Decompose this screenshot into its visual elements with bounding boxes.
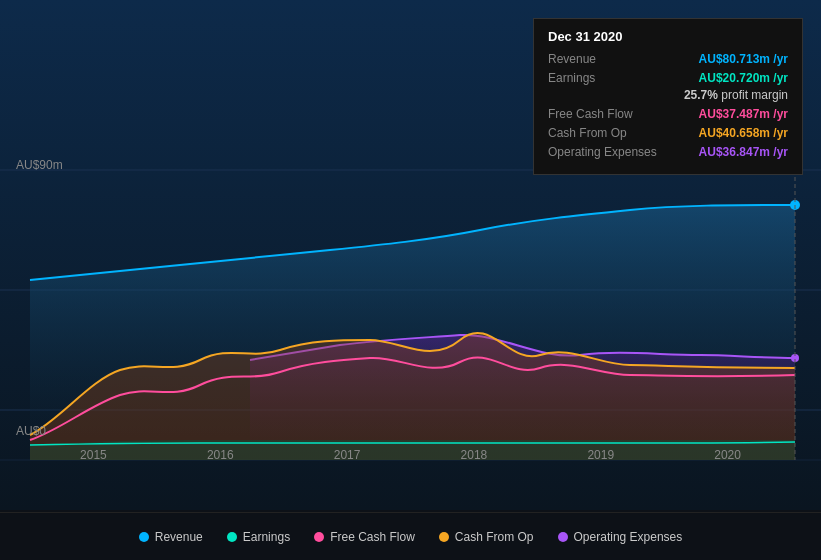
legend-item-cashfromop[interactable]: Cash From Op — [439, 530, 534, 544]
legend-label-cashfromop: Cash From Op — [455, 530, 534, 544]
legend-dot-revenue — [139, 532, 149, 542]
legend-dot-cashfromop — [439, 532, 449, 542]
legend-dot-earnings — [227, 532, 237, 542]
legend-item-revenue[interactable]: Revenue — [139, 530, 203, 544]
tooltip-label-revenue: Revenue — [548, 52, 668, 66]
x-label-2019: 2019 — [587, 448, 614, 462]
legend-bar: Revenue Earnings Free Cash Flow Cash Fro… — [0, 512, 821, 560]
legend-label-revenue: Revenue — [155, 530, 203, 544]
x-label-2018: 2018 — [461, 448, 488, 462]
legend-item-fcf[interactable]: Free Cash Flow — [314, 530, 415, 544]
tooltip-label-earnings: Earnings — [548, 71, 668, 85]
chart-area: AU$90m AU$0 Dec 31 2020 Revenue AU$80.71… — [0, 0, 821, 510]
legend-label-earnings: Earnings — [243, 530, 290, 544]
legend-label-fcf: Free Cash Flow — [330, 530, 415, 544]
tooltip-label-cashfromop: Cash From Op — [548, 126, 668, 140]
tooltip-title: Dec 31 2020 — [548, 29, 788, 44]
tooltip-value-fcf: AU$37.487m /yr — [699, 107, 788, 121]
tooltip-row-opex: Operating Expenses AU$36.847m /yr — [548, 145, 788, 159]
y-label-top: AU$90m — [16, 158, 63, 172]
tooltip-row-earnings: Earnings AU$20.720m /yr — [548, 71, 788, 85]
tooltip-value-opex: AU$36.847m /yr — [699, 145, 788, 159]
tooltip-sub-margin: 25.7% profit margin — [548, 88, 788, 102]
x-axis-labels: 2015 2016 2017 2018 2019 2020 — [0, 448, 821, 462]
legend-dot-fcf — [314, 532, 324, 542]
x-label-2015: 2015 — [80, 448, 107, 462]
x-label-2020: 2020 — [714, 448, 741, 462]
y-label-bottom: AU$0 — [16, 424, 46, 438]
tooltip-label-fcf: Free Cash Flow — [548, 107, 668, 121]
tooltip-value-earnings: AU$20.720m /yr — [699, 71, 788, 85]
tooltip-box: Dec 31 2020 Revenue AU$80.713m /yr Earni… — [533, 18, 803, 175]
tooltip-margin-text: 25.7% profit margin — [684, 88, 788, 102]
legend-dot-opex — [558, 532, 568, 542]
x-label-2017: 2017 — [334, 448, 361, 462]
tooltip-value-revenue: AU$80.713m /yr — [699, 52, 788, 66]
tooltip-row-fcf: Free Cash Flow AU$37.487m /yr — [548, 107, 788, 121]
legend-item-earnings[interactable]: Earnings — [227, 530, 290, 544]
legend-item-opex[interactable]: Operating Expenses — [558, 530, 683, 544]
tooltip-row-cashfromop: Cash From Op AU$40.658m /yr — [548, 126, 788, 140]
tooltip-row-revenue: Revenue AU$80.713m /yr — [548, 52, 788, 66]
tooltip-label-opex: Operating Expenses — [548, 145, 668, 159]
tooltip-value-cashfromop: AU$40.658m /yr — [699, 126, 788, 140]
x-label-2016: 2016 — [207, 448, 234, 462]
legend-label-opex: Operating Expenses — [574, 530, 683, 544]
